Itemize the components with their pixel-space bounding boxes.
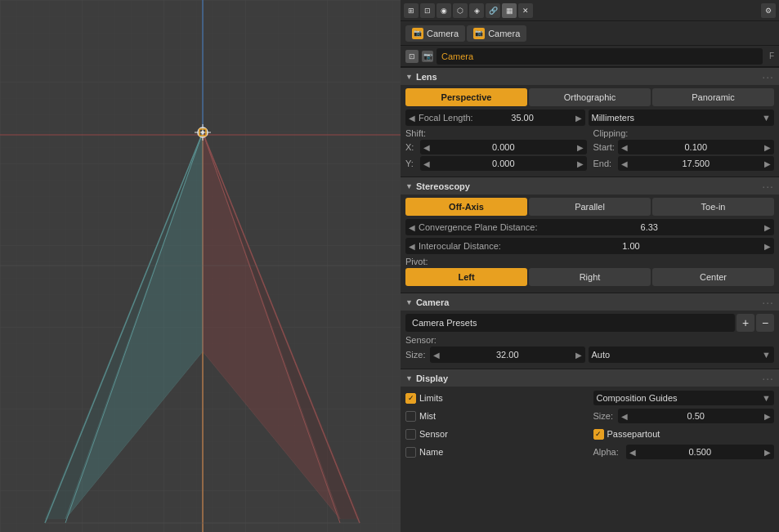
lens-section-header[interactable]: ▼ Lens ··· [401,67,779,85]
sensor-size-label: Size: [405,350,430,360]
limits-label: Limits [419,393,443,403]
off-axis-button[interactable]: Off-Axis [405,198,527,216]
tab-camera-1[interactable]: 📷 Camera [405,25,465,42]
convergence-left-arrow: ◀ [405,219,419,235]
lens-section: ▼ Lens ··· Perspective Orthographic Pano… [401,67,779,177]
name-row: Name [405,444,587,460]
focal-left-arrow: ◀ [405,110,419,126]
clipping-start-row: Start: ◀ 0.100 ▶ [593,140,775,154]
display-size-label: Size: [593,411,618,421]
sensor-label: Sensor: [405,335,774,345]
passepartout-checkbox[interactable] [593,429,604,440]
toolbar-icon-settings[interactable]: ⚙ [761,3,776,18]
clipping-group: Clipping: Start: ◀ 0.100 ▶ End: ◀ [593,128,775,171]
passepartout-label: Passepartout [607,429,660,439]
alpha-label: Alpha: [593,447,626,457]
parallel-button[interactable]: Parallel [529,198,651,216]
comp-guides-select[interactable]: Composition Guides ▼ [593,391,775,405]
tab-camera-2[interactable]: 📷 Camera [467,25,526,42]
stereoscopy-section: ▼ Stereoscopy ··· Off-Axis Parallel Toe-… [401,177,779,293]
focal-right-arrow: ▶ [572,110,585,126]
convergence-label: Convergence Plane Distance: [419,222,538,232]
name-checkbox[interactable] [405,447,416,458]
lens-section-dots: ··· [762,70,774,83]
focal-unit-value: Millimeters [592,113,635,123]
sensor-size-left: ◀ [430,346,443,363]
camera-section-header[interactable]: ▼ Camera ··· [401,293,779,311]
display-section-dots: ··· [762,372,774,385]
display-size-row: Size: ◀ 0.50 ▶ [593,408,775,424]
clipping-start-right: ▶ [761,140,774,154]
clipping-end-value: 17.500 [631,159,762,168]
orthographic-button[interactable]: Orthographic [529,88,651,106]
toolbar-icon-8[interactable]: ✕ [518,3,533,18]
camera-presets-field[interactable]: Camera Presets [405,314,735,332]
alpha-field[interactable]: ◀ 0.500 ▶ [626,445,775,459]
tab-camera-1-label: Camera [427,29,459,38]
camera-presets-row: Camera Presets + − [405,314,774,332]
viewport[interactable] [0,0,401,532]
clipping-start-field[interactable]: ◀ 0.100 ▶ [618,140,775,154]
center-button[interactable]: Center [652,268,774,286]
pivot-type-row: Left Right Center [405,268,774,286]
panoramic-button[interactable]: Panoramic [652,88,774,106]
shift-x-left-arrow: ◀ [420,140,433,154]
interocular-row: ◀ Interocular Distance: 1.00 ▶ [405,238,774,254]
interocular-value: 1.00 [501,241,761,251]
interocular-right-arrow: ▶ [761,238,774,254]
clipping-label: Clipping: [593,128,775,138]
convergence-right-arrow: ▶ [761,219,774,235]
display-cols: Limits Mist Sensor Name [405,390,774,462]
shift-y-field[interactable]: ◀ 0.000 ▶ [420,156,587,171]
stereo-section-dots: ··· [762,180,774,193]
focal-length-label: Focal Length: [419,113,473,123]
convergence-field[interactable]: ◀ Convergence Plane Distance: 6.33 ▶ [405,219,774,235]
sensor-type-select[interactable]: Auto ▼ [589,346,775,363]
remove-preset-button[interactable]: − [756,314,774,332]
sensor-size-right: ▶ [572,346,585,363]
toolbar-icon-1[interactable]: ⊞ [404,3,419,18]
display-size-left: ◀ [618,409,631,423]
left-button[interactable]: Left [405,268,527,286]
toolbar-icon-6[interactable]: 🔗 [486,3,500,18]
toe-in-button[interactable]: Toe-in [652,198,774,216]
toolbar-icon-7[interactable]: ▦ [502,3,517,18]
pivot-label: Pivot: [405,257,774,266]
display-section-header[interactable]: ▼ Display ··· [401,369,779,387]
stereoscopy-section-header[interactable]: ▼ Stereoscopy ··· [401,177,779,194]
right-button[interactable]: Right [529,268,651,286]
toolbar-icon-2[interactable]: ⊡ [420,3,435,18]
lens-arrow-icon: ▼ [405,73,413,81]
passepartout-row: Passepartout [593,426,775,442]
mist-checkbox[interactable] [405,411,416,422]
prop-name-field[interactable]: Camera [437,48,763,65]
clipping-end-field[interactable]: ◀ 17.500 ▶ [618,156,775,171]
sensor-display-checkbox[interactable] [405,429,416,440]
toolbar-icon-4[interactable]: ⬡ [453,3,468,18]
display-size-field[interactable]: ◀ 0.50 ▶ [618,409,775,423]
add-preset-button[interactable]: + [736,314,754,332]
sensor-size-field[interactable]: ◀ 32.00 ▶ [430,346,585,363]
camera-section-title: Camera [416,297,449,307]
shift-x-row: X: ◀ 0.000 ▶ [405,140,587,154]
toolbar-icon-5[interactable]: ◈ [469,3,484,18]
shift-group: Shift: X: ◀ 0.000 ▶ Y: ◀ 0.000 [405,128,587,171]
sensor-display-label: Sensor [419,429,448,439]
shift-x-label: X: [405,142,420,152]
display-section: ▼ Display ··· Limits Mist [401,369,779,465]
stereo-type-row: Off-Axis Parallel Toe-in [405,198,774,216]
toolbar-icon-3[interactable]: ◉ [437,3,451,18]
display-left-col: Limits Mist Sensor Name [405,390,587,462]
prop-header-icon: ⊡ [405,50,419,63]
focal-length-field[interactable]: ◀ Focal Length: 35.00 ▶ [405,110,585,126]
focal-unit-select[interactable]: Millimeters ▼ [589,110,775,126]
focal-length-value: 35.00 [473,113,572,123]
shift-x-right-arrow: ▶ [574,140,587,154]
mist-label: Mist [419,411,436,421]
perspective-button[interactable]: Perspective [405,88,527,106]
shift-x-field[interactable]: ◀ 0.000 ▶ [420,140,587,154]
interocular-field[interactable]: ◀ Interocular Distance: 1.00 ▶ [405,238,774,254]
camera-icon-1: 📷 [412,28,423,39]
limits-checkbox[interactable] [405,393,416,404]
prop-shortcut-key: F [769,51,774,60]
